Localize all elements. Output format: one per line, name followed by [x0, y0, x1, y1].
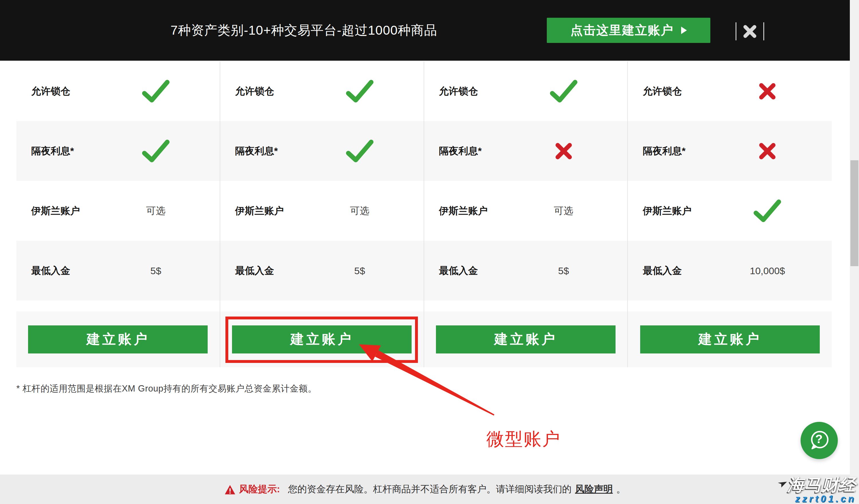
banner-headline: 7种资产类别-10+种交易平台-超过1000种商品 [143, 0, 465, 61]
table-row: 允许锁仓 [628, 61, 832, 121]
table-row: 隔夜利息* [16, 121, 220, 181]
row-label: 允许锁仓 [235, 85, 274, 98]
cta-label: 点击这里建立账户 [571, 22, 674, 38]
row-label: 伊斯兰账户 [31, 204, 80, 218]
risk-title: 风险提示: [239, 483, 280, 496]
table-row: 隔夜利息* [220, 121, 424, 181]
top-banner: 7种资产类别-10+种交易平台-超过1000种商品 点击这里建立账户 [0, 0, 850, 61]
highlight-rectangle [225, 317, 418, 363]
risk-text: 您的资金存在风险。杠杆商品并不适合所有客户。请详细阅读我们的 [288, 483, 572, 496]
close-icon [742, 25, 757, 38]
table-row: 允许锁仓 [16, 61, 220, 121]
divider [736, 22, 736, 41]
table-row: 最低入金5$ [220, 241, 424, 300]
account-column-4: 允许锁仓隔夜利息*伊斯兰账户最低入金10,000$建立账户 [628, 61, 832, 367]
row-label: 允许锁仓 [31, 85, 70, 98]
watermark-brand: 海马财经 [787, 474, 856, 496]
risk-warning-bar: 风险提示: 您的资金存在风险。杠杆商品并不适合所有客户。请详细阅读我们的风险声明… [0, 474, 850, 504]
watermark-site: zzrt01.cn [795, 493, 856, 504]
close-button[interactable] [741, 22, 759, 41]
row-spacer [628, 300, 832, 311]
row-label: 最低入金 [439, 264, 478, 277]
cross-icon [758, 82, 776, 100]
check-icon [549, 80, 578, 103]
scrollbar-thumb[interactable] [850, 160, 858, 266]
divider [763, 22, 764, 41]
table-row: 伊斯兰账户可选 [220, 181, 424, 241]
row-value: 可选 [554, 204, 573, 218]
row-label: 隔夜利息* [643, 144, 685, 158]
row-label: 允许锁仓 [643, 85, 682, 98]
row-label: 伊斯兰账户 [643, 204, 691, 218]
cross-icon [555, 142, 573, 160]
table-row: 伊斯兰账户可选 [16, 181, 220, 241]
account-comparison-table: 允许锁仓隔夜利息*伊斯兰账户可选最低入金5$建立账户允许锁仓隔夜利息*伊斯兰账户… [16, 61, 832, 367]
button-row: 建立账户 [424, 311, 628, 367]
row-label: 允许锁仓 [439, 85, 478, 98]
scrollbar[interactable] [850, 0, 859, 504]
table-row: 伊斯兰账户 [628, 181, 832, 241]
check-icon [753, 199, 782, 223]
row-label: 伊斯兰账户 [439, 204, 488, 218]
account-column-3: 允许锁仓隔夜利息*伊斯兰账户可选最低入金5$建立账户 [424, 61, 628, 367]
button-row: 建立账户 [628, 311, 832, 367]
row-value: 5$ [558, 265, 569, 276]
paper-plane-icon [777, 478, 787, 488]
table-row: 允许锁仓 [424, 61, 628, 121]
warning-icon [224, 485, 236, 495]
table-row: 最低入金5$ [16, 241, 220, 300]
risk-text-suffix: 。 [616, 483, 626, 496]
row-spacer [16, 300, 220, 311]
create-account-button[interactable]: 建立账户 [640, 326, 820, 353]
button-row: 建立账户 [16, 311, 220, 367]
annotation-label: 微型账户 [486, 427, 561, 451]
create-account-button[interactable]: 建立账户 [28, 326, 208, 353]
row-label: 最低入金 [235, 264, 274, 277]
row-value: 可选 [146, 204, 166, 218]
table-row: 允许锁仓 [220, 61, 424, 121]
row-label: 隔夜利息* [31, 144, 74, 158]
table-row: 隔夜利息* [628, 121, 832, 181]
row-label: 隔夜利息* [235, 144, 278, 158]
leverage-footnote: * 杠杆的适用范围是根据在XM Group持有的所有交易账户总资金累计金额。 [16, 383, 317, 395]
row-label: 最低入金 [643, 264, 682, 277]
create-account-cta-button[interactable]: 点击这里建立账户 [547, 18, 710, 43]
help-button[interactable]: ? [801, 422, 838, 459]
table-row: 隔夜利息* [424, 121, 628, 181]
row-label: 伊斯兰账户 [235, 204, 284, 218]
risk-statement-link[interactable]: 风险声明 [575, 483, 613, 496]
page: 7种资产类别-10+种交易平台-超过1000种商品 点击这里建立账户 允许锁仓隔… [0, 0, 859, 504]
row-label: 最低入金 [31, 264, 70, 277]
row-spacer [424, 300, 628, 311]
cross-icon [758, 142, 776, 160]
cta-arrow-icon [681, 27, 687, 34]
check-icon [141, 80, 170, 103]
row-value: 5$ [354, 265, 365, 276]
row-value: 10,000$ [750, 265, 785, 276]
row-value: 可选 [350, 204, 370, 218]
create-account-button[interactable]: 建立账户 [436, 326, 616, 353]
check-icon [345, 139, 374, 163]
check-icon [141, 139, 170, 163]
table-row: 最低入金10,000$ [628, 241, 832, 300]
account-column-1: 允许锁仓隔夜利息*伊斯兰账户可选最低入金5$建立账户 [16, 61, 220, 367]
check-icon [345, 80, 374, 103]
row-spacer [220, 300, 424, 311]
table-row: 最低入金5$ [424, 241, 628, 300]
help-question-mark: ? [815, 432, 823, 446]
row-label: 隔夜利息* [439, 144, 482, 158]
row-value: 5$ [150, 265, 161, 276]
table-row: 伊斯兰账户可选 [424, 181, 628, 241]
